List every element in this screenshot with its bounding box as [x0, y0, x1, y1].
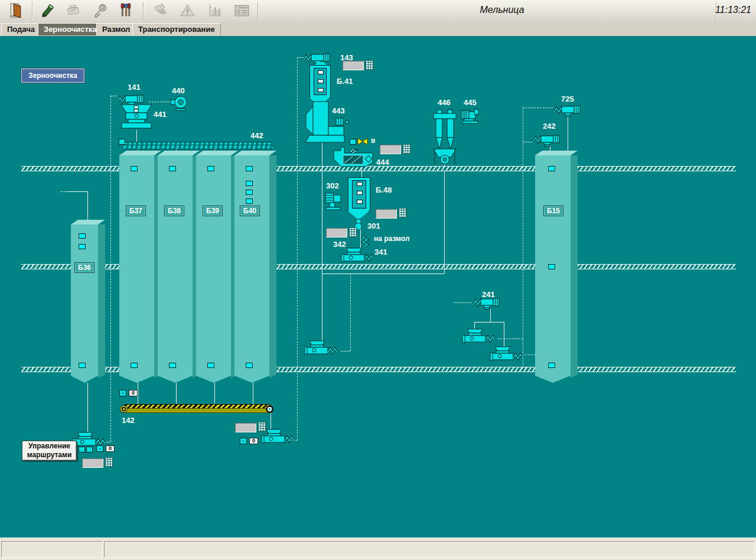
window-title: Мельница — [413, 5, 591, 15]
drive-indicator: - 0 — [240, 438, 258, 444]
level-indicator — [548, 166, 555, 171]
hopper-b41[interactable] — [309, 65, 331, 98]
key-button[interactable] — [87, 1, 112, 21]
silo-b36[interactable] — [71, 220, 105, 383]
level-indicator — [207, 363, 214, 368]
equipment-label-301: 301 — [367, 222, 380, 230]
equipment-label-342: 342 — [333, 240, 346, 249]
separator-441[interactable] — [120, 104, 152, 130]
level-indicator — [246, 190, 253, 195]
belt-conveyor-142[interactable] — [121, 404, 273, 413]
level-indicator — [548, 363, 555, 368]
keypad-icon[interactable] — [258, 422, 266, 432]
equipment-label-141: 141 — [128, 83, 141, 92]
chart-icon — [207, 2, 223, 21]
clock: 11:13:21 — [715, 5, 751, 15]
report-icon — [152, 2, 168, 21]
level-indicator — [131, 363, 138, 368]
silo-b40[interactable] — [234, 151, 276, 383]
equipment-label-302: 302 — [326, 181, 339, 190]
screw-conveyor-341[interactable] — [341, 248, 376, 263]
machine-444[interactable] — [333, 146, 377, 168]
equipment-label-440: 440 — [172, 86, 185, 95]
silo-b39[interactable] — [196, 151, 238, 383]
door-icon — [8, 2, 24, 21]
tab-strip: Подача Зерноочистка Размол Транспортиров… — [0, 22, 756, 36]
value-readout-143[interactable] — [343, 61, 364, 70]
drive-indicator: - 0 — [119, 390, 138, 396]
trends-button[interactable] — [202, 1, 227, 21]
level-indicator — [169, 166, 176, 171]
status-panel-left — [1, 541, 103, 558]
edit-button[interactable] — [35, 1, 60, 21]
level-indicator — [169, 363, 176, 368]
keypad-icon[interactable] — [348, 227, 357, 237]
tab-podacha[interactable]: Подача — [1, 23, 41, 35]
equipment-label-441: 441 — [154, 110, 167, 119]
status-box — [79, 447, 85, 452]
routes-button-line2: маршрутами — [22, 451, 76, 460]
panel-icon — [234, 2, 250, 21]
silo-b15[interactable] — [535, 151, 578, 383]
tab-razmol[interactable]: Размол — [96, 23, 136, 35]
value-readout-bottom-center[interactable] — [235, 423, 256, 432]
exit-button[interactable] — [4, 1, 28, 21]
value-readout-bottom-left[interactable] — [82, 458, 103, 468]
scada-window: Мельница 11:13:21 Подача Зерноочистка Ра… — [0, 0, 756, 560]
card-button[interactable] — [61, 1, 86, 21]
report-button[interactable] — [148, 1, 172, 21]
motor-status-box — [119, 139, 125, 145]
routes-button-line1: Управление — [22, 442, 76, 451]
screen-name-plaque: Зерноочистка — [21, 69, 84, 83]
valve-icon[interactable] — [358, 138, 367, 145]
fan-440[interactable] — [170, 95, 189, 112]
silo-label-b39: Б39 — [203, 206, 223, 216]
routes-control-button[interactable]: Управление маршрутами — [22, 441, 77, 461]
level-indicator — [79, 363, 86, 368]
alarms-button[interactable] — [175, 1, 200, 21]
keypad-icon[interactable] — [365, 60, 374, 70]
equipment-label-b48: Б.48 — [376, 185, 392, 194]
silo-b37[interactable] — [119, 151, 161, 383]
panel-button[interactable] — [229, 1, 254, 21]
equipment-label-444: 444 — [376, 158, 389, 167]
keypad-icon[interactable] — [402, 144, 411, 154]
level-indicator — [246, 363, 253, 368]
tab-transportirovanie[interactable]: Транспортирование — [132, 23, 221, 35]
status-panel-right — [104, 541, 755, 558]
hopper-b48[interactable] — [348, 177, 370, 211]
tools-button[interactable] — [113, 1, 138, 21]
equipment-label-445: 445 — [464, 98, 477, 107]
motor-302[interactable] — [325, 192, 344, 211]
screw-conveyor-bottom-center[interactable] — [262, 429, 296, 444]
silo-label-b37: Б37 — [126, 206, 146, 216]
equipment-label-242: 242 — [543, 122, 556, 131]
level-indicator — [131, 166, 138, 171]
equipment-label-341: 341 — [374, 248, 387, 256]
equipment-label-443: 443 — [332, 106, 345, 115]
cyclone-446[interactable] — [432, 106, 457, 165]
screw-conveyor-241a[interactable] — [462, 328, 497, 344]
value-readout-342[interactable] — [326, 228, 347, 237]
blower-445[interactable] — [461, 107, 480, 126]
screw-feeder-242[interactable] — [532, 132, 563, 146]
screw-conveyor-241b[interactable] — [490, 346, 524, 362]
drive-indicator: - 0 — [96, 445, 115, 452]
screw-feeder-725[interactable] — [553, 103, 584, 117]
card-icon — [66, 2, 82, 21]
keypad-icon[interactable] — [398, 208, 407, 218]
value-readout-444[interactable] — [380, 145, 401, 154]
level-indicator — [548, 264, 555, 269]
silo-label-b36: Б36 — [74, 262, 94, 273]
keypad-icon[interactable] — [105, 457, 113, 467]
belt-pulley-right — [266, 405, 273, 413]
valve-status-box — [350, 139, 356, 145]
level-indicator — [246, 181, 253, 186]
screw-conveyor-floor3[interactable] — [305, 340, 339, 356]
toolbar: Мельница 11:13:21 — [0, 0, 756, 23]
tab-zernoochistka[interactable]: Зерноочистка — [38, 23, 103, 35]
value-readout-b48[interactable] — [376, 209, 397, 219]
screw-conveyor-442[interactable] — [123, 142, 273, 149]
equipment-label-241: 241 — [482, 290, 495, 299]
silo-b38[interactable] — [158, 151, 200, 383]
